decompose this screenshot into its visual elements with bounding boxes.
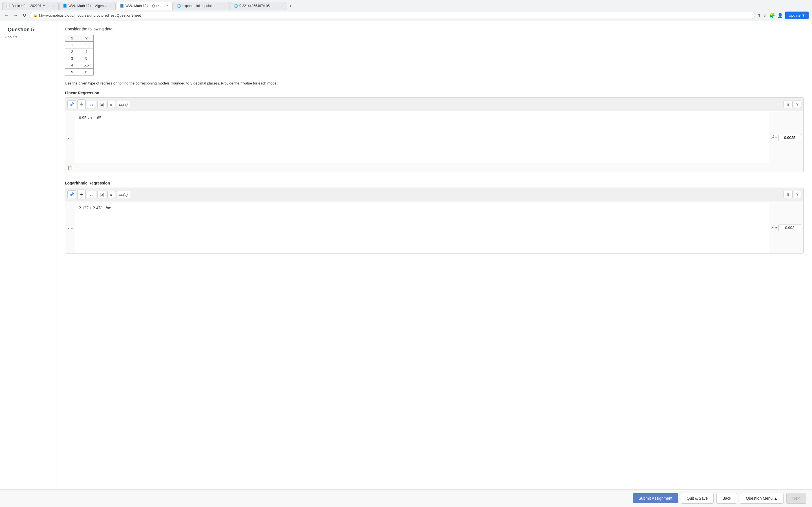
linear-math-input[interactable]: 0.95 x + 1.65: [75, 112, 769, 163]
linear-r2-area: r2 ≈: [769, 134, 803, 141]
tab-2[interactable]: 📘 WVU Math 124 – Algebra with... ×: [59, 2, 116, 10]
tab-4-close[interactable]: ×: [223, 4, 226, 8]
lock-icon: 🔒: [33, 13, 38, 17]
linear-equation-row: y = 0.95 x + 1.65 r2 ≈: [65, 112, 803, 163]
tab-3[interactable]: 📘 WVU Math 124 – Quiz #12 ×: [116, 2, 172, 10]
url-bar[interactable]: 🔒 kh-wvu.mobius.cloud/modules/unproctore…: [30, 12, 755, 19]
linear-toolbar-help[interactable]: ?: [794, 101, 801, 108]
table-cell: 4: [79, 48, 94, 55]
linear-toolbar-power[interactable]: ab: [67, 100, 76, 108]
table-header-x: x: [65, 35, 79, 42]
question-title: Question 5: [8, 27, 34, 33]
table-row: 5 6: [65, 69, 94, 75]
log-toolbar-fraction[interactable]: ab: [77, 189, 86, 200]
page-container: – Question 5 2 points Consider the follo…: [0, 21, 812, 503]
table-row: 1 2: [65, 42, 94, 48]
collapse-icon[interactable]: –: [4, 27, 6, 32]
tab-2-favicon: 📘: [63, 4, 67, 8]
linear-toolbar-pi[interactable]: π: [107, 101, 115, 108]
logarithmic-math-input[interactable]: 2.127 + 2.478 · lnx: [75, 203, 769, 253]
update-chevron-icon: ▼: [802, 13, 805, 17]
log-toolbar-power[interactable]: ab: [67, 190, 76, 198]
tab-4-favicon: 🌐: [177, 4, 181, 8]
update-button[interactable]: Update ▼: [785, 11, 809, 19]
question-menu-button[interactable]: Question Menu ▲: [740, 493, 783, 503]
linear-formula-display: 0.95 x + 1.65: [79, 115, 101, 120]
address-bar: ← → ↻ 🔒 kh-wvu.mobius.cloud/modules/unpr…: [0, 10, 812, 21]
tab-1[interactable]: 📄 Basic Info – 202201-MATH-12... ×: [2, 2, 59, 10]
extensions-icon[interactable]: 🧩: [769, 13, 775, 18]
forward-nav-button[interactable]: →: [12, 12, 19, 19]
linear-toolbar-delete[interactable]: 🗑: [783, 101, 793, 108]
linear-editor-footer-icon[interactable]: 📋: [67, 165, 73, 170]
table-row: 3 5: [65, 55, 94, 62]
linear-math-editor: ab ab √a |a| π sin(a) 🗑 ? y = 0.95 x + 1…: [65, 98, 804, 172]
linear-editor-toolbar: ab ab √a |a| π sin(a) 🗑 ?: [65, 98, 803, 111]
sidebar: – Question 5 2 points: [0, 21, 56, 503]
tab-4[interactable]: 🌐 exponential population decay... ×: [173, 2, 230, 10]
log-toolbar-delete[interactable]: 🗑: [783, 191, 793, 198]
table-cell: 2: [65, 48, 79, 55]
browser-chrome: 📄 Basic Info – 202201-MATH-12... × 📘 WVU…: [0, 0, 812, 21]
logarithmic-r2-approx: ≈: [775, 226, 777, 230]
tab-5-label: 9.22144255497e-05 – Google...: [239, 4, 278, 8]
tab-3-close[interactable]: ×: [166, 4, 169, 8]
next-button[interactable]: Next: [786, 493, 806, 503]
log-toolbar-sin[interactable]: sin(a): [116, 191, 131, 198]
linear-regression-section: Linear Regression ab ab √a |a| π sin(a) …: [65, 91, 804, 172]
tab-1-label: Basic Info – 202201-MATH-12...: [11, 4, 50, 8]
data-table: x y 1 2 2 4 3 5 4 5.5: [65, 35, 94, 75]
logarithmic-y-equals: y =: [65, 222, 75, 233]
log-toolbar-pi[interactable]: π: [107, 191, 115, 198]
bottom-bar: Submit Assignment Quit & Save Back Quest…: [0, 489, 812, 503]
log-toolbar-abs[interactable]: |a|: [97, 191, 106, 198]
update-label: Update: [789, 13, 801, 17]
table-cell: 4: [65, 62, 79, 69]
logarithmic-math-editor: ab ab √a |a| π sin(a) 🗑 ? y = 2.127 + 2.…: [65, 187, 804, 253]
table-cell: 1: [65, 42, 79, 48]
linear-toolbar-abs[interactable]: |a|: [97, 101, 106, 108]
linear-r2-input[interactable]: [778, 134, 801, 141]
share-icon[interactable]: ⬆: [757, 13, 761, 18]
logarithmic-regression-label: Logarithmic Regression: [65, 181, 804, 185]
linear-regression-label: Linear Regression: [65, 91, 804, 95]
linear-editor-footer: 📋: [65, 163, 803, 172]
toolbar-icons: ⬆ ☆ 🧩 👤 Update ▼: [757, 11, 809, 19]
sidebar-question-title: – Question 5: [4, 27, 52, 33]
back-button[interactable]: Back: [716, 493, 737, 503]
tab-2-close[interactable]: ×: [109, 4, 112, 8]
new-tab-button[interactable]: +: [287, 2, 294, 10]
linear-toolbar-sqrt[interactable]: √a: [87, 101, 96, 108]
linear-toolbar-sin[interactable]: sin(a): [116, 101, 131, 108]
logarithmic-r2-label: r2: [771, 225, 774, 230]
question-menu-label: Question Menu: [746, 496, 772, 501]
log-toolbar-sqrt[interactable]: √a: [87, 191, 96, 198]
tab-5[interactable]: 🌐 9.22144255497e-05 – Google... ×: [230, 2, 287, 10]
linear-toolbar-fraction[interactable]: ab: [77, 100, 86, 109]
back-nav-button[interactable]: ←: [3, 12, 10, 19]
quit-save-button[interactable]: Quit & Save: [681, 493, 714, 503]
table-row: 2 4: [65, 48, 94, 55]
submit-assignment-button[interactable]: Submit Assignment: [633, 493, 678, 503]
linear-r2-label: r2: [771, 135, 774, 140]
bookmark-icon[interactable]: ☆: [763, 13, 767, 18]
linear-y-equals: y =: [65, 132, 75, 144]
tab-5-close[interactable]: ×: [280, 4, 283, 8]
profile-icon[interactable]: 👤: [777, 13, 783, 18]
instruction-main: Use the given type of regression to find…: [65, 81, 242, 86]
tab-4-label: exponential population decay...: [183, 4, 221, 8]
log-toolbar-help[interactable]: ?: [794, 191, 801, 198]
instruction-text: Use the given type of regression to find…: [65, 80, 804, 86]
reload-button[interactable]: ↻: [21, 11, 28, 19]
logarithmic-editor-toolbar: ab ab √a |a| π sin(a) 🗑 ?: [65, 188, 803, 202]
instruction-end: value for each model.: [243, 81, 278, 86]
tab-2-label: WVU Math 124 – Algebra with...: [68, 4, 107, 8]
tab-3-favicon: 📘: [120, 4, 124, 8]
tab-5-favicon: 🌐: [234, 4, 238, 8]
logarithmic-equation-row: y = 2.127 + 2.478 · lnx r2 ≈: [65, 203, 803, 253]
table-cell: 3: [65, 55, 79, 62]
main-content: Consider the following data x y 1 2 2 4: [56, 21, 812, 503]
logarithmic-r2-input[interactable]: [778, 224, 801, 231]
logarithmic-r2-area: r2 ≈: [769, 224, 803, 231]
tab-1-close[interactable]: ×: [52, 4, 55, 8]
